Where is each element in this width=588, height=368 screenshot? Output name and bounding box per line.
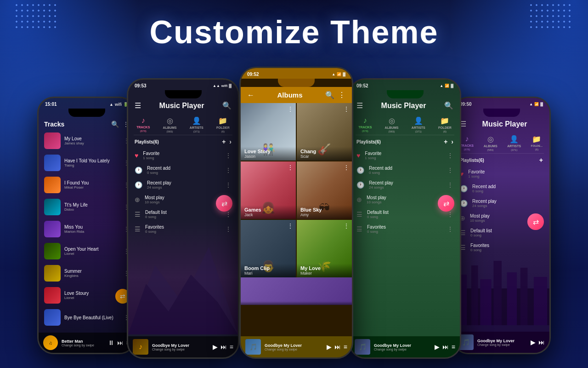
tab-artists[interactable]: 👤 ARTISTS (371)	[412, 116, 425, 133]
playlist-more-2[interactable]: ⋮	[225, 167, 232, 174]
tab-albums[interactable]: ◎ ALBUMS (583)	[385, 116, 399, 133]
mostplay-icon: ⊕	[135, 196, 140, 203]
p4-playlist-6[interactable]: ☰ Favorites 0 song ⋮	[350, 222, 460, 236]
expand-icon[interactable]: ›	[451, 138, 453, 145]
album-1-more[interactable]: ⋮	[288, 106, 293, 112]
tab-albums[interactable]: ◎ ALBUMS (583)	[163, 116, 177, 133]
album-4-more[interactable]: ⋮	[344, 164, 349, 171]
tab-folder[interactable]: 📁 FOLDE... (6)	[531, 135, 543, 151]
next-button[interactable]: ⏭	[538, 339, 545, 346]
tab-folder[interactable]: 📁 FOLDER (6)	[216, 116, 230, 133]
tab-tracks-count: (878)	[140, 130, 147, 132]
playlist-more-1[interactable]: ⋮	[225, 152, 232, 159]
playlist-item-2[interactable]: 🕐 Recent add 0 song ⋮	[128, 163, 238, 178]
album-cell-2[interactable]: 🎸 Chang Scar ⋮	[297, 103, 352, 161]
album-cell-4[interactable]: 🕶 Blue Sky Amy ⋮	[297, 161, 352, 219]
queue-button[interactable]: ≡	[452, 343, 455, 351]
p5-playlist-1[interactable]: ♥ Favorite 1 song	[453, 167, 549, 181]
phone-1-tracks-title: Tracks	[44, 121, 64, 128]
search-icon[interactable]: 🔍	[444, 101, 453, 110]
phone-4: 🐰 09:52 ▲ 📶 ▓ ☰	[349, 78, 461, 359]
p4-playlist-2[interactable]: 🕐 Recent add 0 song ⋮	[350, 163, 460, 178]
album-3-more[interactable]: ⋮	[288, 164, 293, 171]
play-button[interactable]: ▶	[327, 343, 332, 351]
playlist-item-1[interactable]: ♥ Favorite 1 song ⋮	[128, 148, 238, 163]
tab-artists[interactable]: 👤 ARTISTS (371)	[507, 135, 521, 151]
p4-more-3[interactable]: ⋮	[447, 181, 453, 189]
album-5-more[interactable]: ⋮	[288, 223, 293, 229]
p5-playlist-2[interactable]: 🕐 Recent add 0 song	[453, 181, 549, 196]
phone-2-shuffle-btn[interactable]: ⇄	[216, 195, 232, 212]
play-button[interactable]: ▶	[435, 343, 440, 351]
track-item-1[interactable]: My Love James shay ⋮	[39, 130, 135, 152]
playlist-item-6[interactable]: ☰ Favorites 0 song ⋮	[128, 222, 238, 236]
tab-tracks[interactable]: ♪ TRACKS (878)	[136, 116, 150, 133]
p4-count-6: 0 song	[367, 230, 442, 234]
search-icon[interactable]: 🔍	[325, 91, 334, 99]
p4-playlist-1[interactable]: ♥ Favorite 1 song ⋮	[350, 148, 460, 163]
phone-4-shuffle-btn[interactable]: ⇄	[438, 195, 454, 212]
menu-icon[interactable]: ☰	[135, 101, 141, 110]
p5-info-2: Recent add 0 song	[472, 184, 543, 193]
add-icon[interactable]: +	[539, 156, 543, 164]
album-6-more[interactable]: ⋮	[344, 223, 349, 229]
now-playing-art: 🎵	[355, 339, 370, 355]
p4-more-6[interactable]: ⋮	[447, 225, 453, 233]
queue-button[interactable]: ≡	[230, 343, 233, 351]
p4-more-5[interactable]: ⋮	[447, 211, 453, 218]
next-button[interactable]: ⏭	[442, 343, 449, 351]
expand-icon[interactable]: ›	[229, 138, 232, 145]
next-button[interactable]: ⏭	[117, 339, 124, 346]
track-item-4[interactable]: Tt's My Life Didoo ⋮	[39, 196, 135, 218]
track-item-2[interactable]: Have I Told You Lately Tiaing ⋮	[39, 152, 135, 174]
album-cell-6[interactable]: 🌾 My Love Maker ⋮	[297, 220, 352, 277]
phone-5-shuffle-btn[interactable]: ⇄	[527, 213, 544, 230]
search-icon[interactable]: 🔍	[222, 101, 232, 110]
pause-button[interactable]: ⏸	[108, 339, 114, 346]
p5-playlist-3[interactable]: 🕐 Recent play 24 songs	[453, 196, 549, 211]
back-icon[interactable]: ←	[247, 91, 254, 99]
track-item-7[interactable]: Summer Kingbins ⋮	[39, 262, 135, 284]
p5-playlist-6[interactable]: ☰ Favorites 0 song	[453, 240, 549, 255]
play-button[interactable]: ▶	[213, 343, 218, 351]
playlist-more-3[interactable]: ⋮	[225, 181, 232, 189]
search-icon[interactable]: 🔍	[111, 121, 119, 128]
album-2-more[interactable]: ⋮	[344, 106, 349, 112]
album-cell-1[interactable]: 👫 Love Story Jason ⋮	[241, 103, 296, 161]
clock-icon: 🕐	[356, 181, 364, 189]
album-icon: ◎	[487, 135, 494, 144]
p4-more-2[interactable]: ⋮	[447, 167, 453, 174]
track-item-6[interactable]: Open Your Heart Lionel ⋮	[39, 240, 135, 262]
next-button[interactable]: ⏭	[334, 343, 341, 351]
playlist-name-1: Favorite	[143, 151, 220, 156]
tab-tracks[interactable]: ♪ TRACKS (878)	[460, 135, 474, 151]
album-3-name: Games	[244, 207, 292, 213]
p4-playlist-3[interactable]: 🕐 Recent play 24 songs ⋮	[350, 178, 460, 192]
tab-folder[interactable]: 📁 FOLDER (6)	[438, 116, 452, 133]
phone-5-now-playing: 🎵 Goodbye My Lover Change song by swipe …	[453, 332, 549, 353]
queue-button[interactable]: ≡	[344, 343, 347, 351]
tab-albums[interactable]: ◎ ALBUMS (583)	[484, 135, 498, 151]
track-item-9[interactable]: Bye Bye Beautiful (Live) ⋮	[39, 306, 135, 328]
track-item-3[interactable]: I Found You Mikal Poser ⋮	[39, 174, 135, 196]
next-button[interactable]: ⏭	[220, 343, 227, 351]
more-icon[interactable]: ⋮	[338, 91, 345, 99]
tab-artists[interactable]: 👤 ARTISTS (371)	[190, 116, 204, 133]
playlist-more-5[interactable]: ⋮	[225, 211, 232, 218]
album-cell-3[interactable]: 👧 Games Jack ⋮	[241, 161, 296, 219]
play-button[interactable]: ▶	[531, 339, 536, 346]
add-icon[interactable]: +	[444, 138, 447, 145]
p4-count-1: 1 song	[365, 156, 442, 160]
playlist-item-3[interactable]: 🕐 Recent play 24 songs ⋮	[128, 178, 238, 192]
tab-tracks[interactable]: ♪ TRACKS (878)	[358, 116, 372, 133]
menu-icon[interactable]: ☰	[356, 101, 363, 110]
playlist-more-6[interactable]: ⋮	[225, 225, 232, 233]
add-playlist-icon[interactable]: +	[222, 138, 226, 145]
tab-artists-label: ARTISTS	[190, 126, 204, 129]
playlist-count-1: 1 song	[143, 156, 220, 160]
p4-more-1[interactable]: ⋮	[447, 152, 453, 159]
track-item-5[interactable]: Miss You Marion Rida ⋮	[39, 218, 135, 240]
track-art-8	[44, 287, 61, 304]
track-artist-5: Marion Rida	[64, 230, 120, 234]
album-cell-5[interactable]: 👨 Boom Clip Mari ⋮	[241, 220, 296, 277]
